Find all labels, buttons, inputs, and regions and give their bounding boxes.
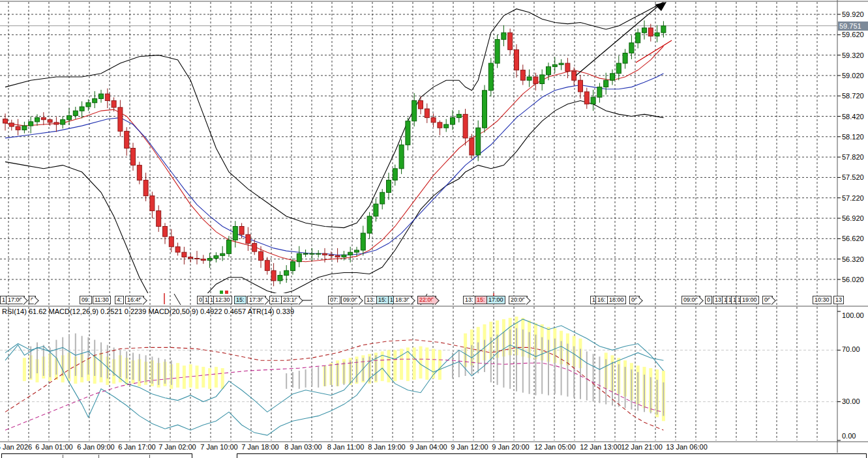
candle-body	[444, 124, 449, 128]
indicator-values-label: RSI(14) 61.62 MACD(12,26,9) 0.2521 0.223…	[2, 308, 294, 315]
timeline-marker[interactable]: 12:30	[213, 296, 232, 304]
candle-body	[438, 122, 442, 128]
date-label: 8 Jan 11:00	[327, 443, 365, 451]
macd-hist-gray-bar	[132, 352, 134, 380]
macd-hist-gray-bar	[637, 372, 638, 410]
candle-body	[137, 165, 142, 180]
timeline-marker[interactable]: 19:00	[740, 296, 759, 304]
trendline-red[interactable]	[636, 40, 672, 63]
date-label: 7 Jan 18:00	[241, 443, 279, 451]
candle-body	[284, 270, 289, 275]
candle-body	[118, 107, 123, 132]
timeline-marker[interactable]: 13:	[365, 296, 377, 304]
timeline-marker[interactable]: 09:00	[681, 296, 700, 304]
timeline-marker[interactable]: 07:	[328, 296, 340, 304]
price-tick-label: 56.920	[842, 214, 864, 222]
date-label: 12 Jan 13:00	[580, 443, 621, 451]
candle-body	[623, 53, 627, 64]
macd-hist-gray-bar	[164, 359, 166, 384]
strip-mark-line[interactable]	[174, 294, 181, 305]
timeline-marker[interactable]: 20:00	[509, 296, 528, 304]
candle-body	[604, 80, 608, 87]
oscillator-tick-label: 0.00	[842, 432, 856, 440]
date-label: 12 Jan 21:00	[621, 443, 663, 451]
macd-hist-gray-bar	[126, 351, 127, 379]
candle-body	[310, 253, 314, 254]
macd-hist-yellow-bar	[189, 364, 192, 388]
timeline-marker[interactable]: 00	[629, 296, 640, 304]
price-tick-label: 56.020	[842, 276, 864, 283]
background-window-edge-right[interactable]	[237, 453, 867, 458]
timeline-marker[interactable]: 4:	[115, 296, 124, 304]
macd-hist-gray-bar	[554, 339, 556, 394]
date-label: 7 Jan 02:00	[158, 443, 196, 451]
timeline-marker[interactable]: 13	[833, 296, 844, 304]
timeline-marker[interactable]: 10:30	[813, 296, 831, 304]
candle-body	[80, 107, 84, 111]
timeline-marker[interactable]: 22:00	[417, 296, 436, 304]
timeline-marker[interactable]: 18:00	[607, 296, 626, 304]
candle-body	[86, 103, 91, 107]
macd-hist-gray-bar	[650, 377, 651, 413]
candle-body	[239, 227, 244, 235]
candle-body	[616, 63, 621, 74]
date-label: 9 Jan 20:00	[492, 443, 530, 451]
timeline-marker[interactable]: 0	[29, 296, 36, 304]
timeline-marker[interactable]: 16:	[595, 296, 608, 304]
candle-body	[629, 43, 634, 53]
timeline-marker[interactable]: 15:	[234, 296, 247, 304]
timeline-marker[interactable]: 17:00	[6, 296, 25, 304]
candle-body	[220, 253, 225, 255]
macd-hist-yellow-bar	[419, 347, 423, 379]
timeline-marker[interactable]: 18:30	[393, 296, 412, 304]
chart-canvas[interactable]: 59.92059.62059.32059.02058.72058.42058.1…	[0, 0, 868, 458]
candle-body	[61, 120, 65, 124]
candle-body	[175, 247, 180, 252]
timeline-marker[interactable]: 09:	[80, 296, 92, 304]
macd-hist-gray-bar	[593, 354, 594, 401]
candle-body	[67, 116, 72, 120]
timeline-marker[interactable]: 23:10	[281, 296, 300, 304]
candle-body	[610, 74, 615, 80]
candle-body	[291, 262, 295, 271]
timeline-marker[interactable]: 15:	[376, 296, 389, 304]
macd-hist-yellow-bar	[432, 349, 435, 379]
candle-body	[451, 118, 455, 124]
timeline-marker[interactable]: 17:00	[486, 296, 505, 304]
macd-hist-yellow-bar	[183, 365, 186, 389]
candle-body	[48, 120, 52, 122]
timeline-marker[interactable]: 11:30	[93, 296, 111, 304]
macd-hist-gray-bar	[107, 345, 108, 379]
candle-body	[252, 244, 257, 252]
timeline-marker[interactable]: 17:30	[247, 296, 266, 304]
bollinger-lower	[5, 101, 663, 319]
candle-body	[278, 276, 282, 281]
price-tick-label: 58.720	[842, 92, 864, 100]
macd-hist-gray-bar	[100, 343, 102, 378]
date-label: 6 Jan 17:00	[118, 443, 156, 451]
timeline-marker[interactable]: 16:45	[125, 296, 144, 304]
timeline-marker[interactable]: 13:	[463, 296, 475, 304]
timeline-marker[interactable]: 0	[705, 296, 712, 304]
macd-hist-gray-bar	[516, 328, 517, 392]
date-label: 6 Jan 09:00	[77, 443, 115, 451]
candle-body	[3, 119, 8, 123]
macd-hist-gray-bar	[529, 332, 530, 394]
timeline-marker[interactable]: 21:	[269, 296, 282, 304]
timeline-marker[interactable]: 09:00	[341, 296, 360, 304]
macd-hist-gray-bar	[318, 367, 319, 388]
candle-body	[508, 33, 513, 50]
background-window-edge-left[interactable]	[1, 453, 192, 458]
candle-body	[367, 216, 372, 233]
timeline-marker[interactable]: 00	[762, 296, 773, 304]
candle-body	[16, 126, 20, 130]
candle-body	[233, 227, 237, 240]
candle-body	[271, 270, 276, 281]
macd-hist-gray-bar	[37, 343, 38, 374]
timeline-marker[interactable]: 15:	[475, 296, 487, 304]
signal-square	[225, 291, 228, 294]
macd-hist-gray-bar	[535, 335, 536, 395]
candle-body	[361, 233, 365, 250]
candle-body	[169, 236, 173, 247]
candle-body	[559, 63, 563, 64]
